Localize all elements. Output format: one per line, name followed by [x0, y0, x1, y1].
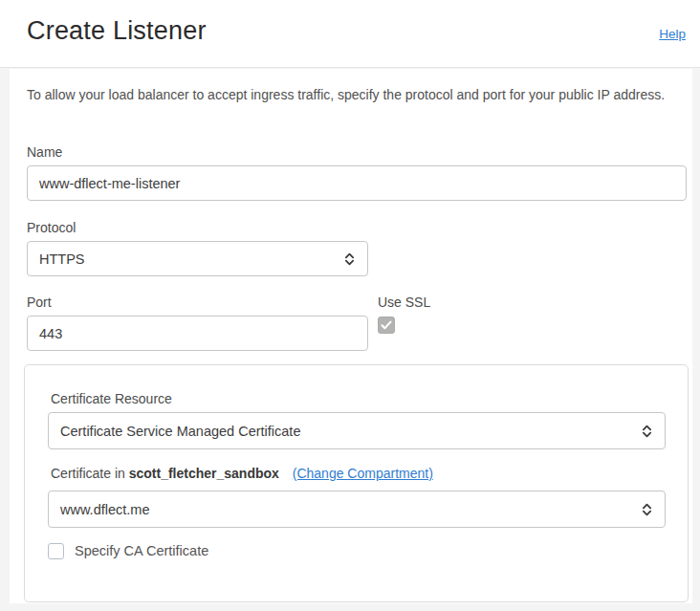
- certificate-select[interactable]: www.dflect.me: [48, 491, 666, 528]
- specify-ca-label[interactable]: Specify CA Certificate: [75, 543, 208, 558]
- use-ssl-label: Use SSL: [378, 295, 430, 310]
- checkmark-icon: [381, 320, 392, 330]
- protocol-label: Protocol: [27, 220, 76, 235]
- updown-chevrons-icon: [343, 251, 356, 267]
- updown-chevrons-icon: [641, 424, 653, 439]
- help-link[interactable]: Help: [659, 27, 686, 41]
- certificate-resource-select[interactable]: Certificate Service Managed Certificate: [48, 412, 666, 449]
- name-label: Name: [27, 144, 62, 160]
- form-body: To allow your load balancer to accept in…: [10, 69, 692, 603]
- change-compartment-link[interactable]: (Change Compartment): [293, 466, 433, 481]
- create-listener-dialog: Create Listener Help To allow your load …: [0, 0, 700, 611]
- port-label: Port: [27, 295, 52, 310]
- page-title: Create Listener: [27, 16, 207, 46]
- name-input[interactable]: [27, 165, 687, 201]
- certificate-panel: Certificate Resource Certificate Service…: [24, 364, 689, 602]
- port-input[interactable]: [27, 316, 368, 351]
- intro-text: To allow your load balancer to accept in…: [27, 85, 689, 105]
- certificate-resource-select-value: Certificate Service Managed Certificate: [60, 424, 300, 439]
- specify-ca-checkbox[interactable]: [48, 543, 64, 559]
- certificate-in-label: Certificate in: [51, 466, 125, 481]
- certificate-compartment-line: Certificate in scott_fletcher_sandbox (C…: [51, 466, 433, 481]
- header: Create Listener Help: [0, 0, 700, 68]
- protocol-select[interactable]: HTTPS: [27, 241, 368, 276]
- updown-chevrons-icon: [641, 502, 653, 517]
- protocol-select-value: HTTPS: [39, 251, 85, 267]
- use-ssl-checkbox[interactable]: [378, 316, 395, 334]
- compartment-name: scott_fletcher_sandbox: [129, 466, 279, 481]
- certificate-resource-label: Certificate Resource: [51, 391, 172, 406]
- certificate-select-value: www.dflect.me: [60, 502, 149, 517]
